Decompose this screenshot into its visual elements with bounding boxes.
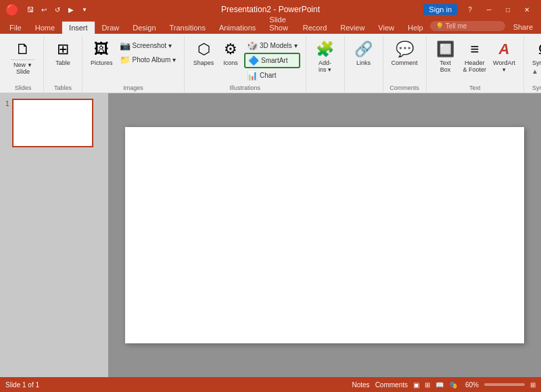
images-group-items: 🖼 Pictures 📷 Screenshot ▾ 📁 Photo Album … [88, 36, 179, 83]
zoom-slider[interactable] [484, 383, 525, 386]
screenshot-button[interactable]: 📷 Screenshot ▾ [117, 39, 179, 52]
addins-button[interactable]: 🧩 Add-ins ▾ [312, 39, 339, 74]
undo-qa-btn[interactable]: ↩ [38, 3, 50, 16]
slide-info: Slide 1 of 1 [5, 381, 39, 389]
save-qa-btn[interactable]: 🖫 [24, 3, 37, 16]
illustrations-group-items: ⬡ Shapes ⚙ Icons 🎲 3D Models ▾ 🔷 [190, 36, 300, 83]
photo-album-label: Photo Album ▾ [133, 56, 176, 64]
normal-view-icon[interactable]: ▣ [413, 381, 419, 389]
qa-dropdown-btn[interactable]: ▼ [78, 3, 91, 16]
illustrations-group-label: Illustrations [190, 83, 300, 93]
ribbon-group-illustrations: ⬡ Shapes ⚙ Icons 🎲 3D Models ▾ 🔷 [185, 36, 306, 93]
links-button[interactable]: 🔗 Links [350, 39, 377, 68]
maximize-btn[interactable]: □ [499, 3, 517, 16]
ribbon-tabs: File Home Insert Draw Design Transitions… [0, 19, 541, 34]
ribbon-group-symbols: Ω Symbols Symbols [524, 36, 541, 93]
text-box-button[interactable]: 🔲 TextBox [432, 39, 459, 74]
ribbon-content: 🗋 New ▼ Slide Slides ⊞ Table Tables [0, 34, 541, 93]
comment-icon: 💬 [396, 41, 414, 58]
comments-btn[interactable]: Comments [375, 381, 408, 389]
title-bar-left: 🔴 🖫 ↩ ↺ ▶ ▼ [5, 3, 91, 16]
help-window-btn[interactable]: ? [461, 3, 479, 16]
new-slide-icon: 🗋 [16, 41, 30, 58]
close-btn[interactable]: ✕ [518, 3, 536, 16]
tab-design[interactable]: Design [126, 22, 162, 34]
wordart-button[interactable]: A WordArt▾ [490, 39, 518, 74]
powerpoint-icon: 🔴 [5, 3, 19, 16]
icons-button[interactable]: ⚙ Icons [218, 39, 243, 68]
new-slide-button[interactable]: 🗋 New ▼ Slide [8, 39, 38, 76]
ribbon-group-images: 🖼 Pictures 📷 Screenshot ▾ 📁 Photo Album … [83, 36, 185, 93]
ribbon-collapse-btn[interactable]: ▲ [532, 68, 538, 75]
redo-qa-btn[interactable]: ↺ [51, 3, 64, 16]
tables-group-items: ⊞ Table [49, 36, 76, 83]
table-button[interactable]: ⊞ Table [49, 39, 76, 68]
addins-group-items: 🧩 Add-ins ▾ [312, 36, 339, 83]
pictures-icon: 🖼 [94, 41, 109, 58]
share-tab-btn[interactable]: Share [508, 21, 538, 31]
slide-sorter-icon[interactable]: ⊞ [425, 381, 430, 389]
tab-help[interactable]: Help [401, 22, 430, 34]
comment-button[interactable]: 💬 Comment [389, 39, 421, 68]
notes-btn[interactable]: Notes [352, 381, 370, 389]
tab-draw[interactable]: Draw [95, 22, 126, 34]
tab-transitions[interactable]: Transitions [163, 22, 212, 34]
ribbon-group-slides: 🗋 New ▼ Slide Slides [3, 36, 44, 93]
chart-button[interactable]: 📊 Chart [244, 69, 300, 82]
quick-access-toolbar: 🖫 ↩ ↺ ▶ ▼ [24, 3, 91, 16]
main-area: 1 [0, 93, 541, 377]
status-bar: Slide 1 of 1 Notes Comments ▣ ⊞ 📖 🎭 60% … [0, 377, 541, 392]
comment-label: Comment [392, 59, 418, 66]
tab-slide-show[interactable]: Slide Show [262, 14, 296, 34]
3d-models-button[interactable]: 🎲 3D Models ▾ [244, 39, 300, 52]
3d-models-icon: 🎲 [247, 41, 258, 51]
zoom-level: 60% [465, 381, 479, 389]
sign-in-button[interactable]: Sign in [423, 4, 457, 15]
app-title: Presentation2 - PowerPoint [221, 5, 320, 14]
header-footer-icon: ≡ [470, 41, 479, 58]
slide-1-thumbnail[interactable] [12, 99, 93, 147]
tab-file[interactable]: File [3, 22, 28, 34]
header-footer-button[interactable]: ≡ Header& Footer [461, 39, 490, 74]
tab-home[interactable]: Home [28, 22, 62, 34]
screenshot-label: Screenshot ▾ [133, 42, 172, 49]
minimize-btn[interactable]: ─ [480, 3, 498, 16]
chart-icon: 📊 [247, 70, 258, 80]
shapes-button[interactable]: ⬡ Shapes [190, 39, 217, 68]
symbols-group-label: Symbols [530, 83, 541, 93]
symbols-button[interactable]: Ω Symbols [530, 39, 541, 68]
fit-slide-btn[interactable]: ⊞ [530, 381, 536, 389]
links-label: Links [356, 59, 371, 66]
tab-review[interactable]: Review [333, 22, 371, 34]
text-box-icon: 🔲 [436, 41, 454, 58]
links-icon: 🔗 [354, 41, 373, 58]
photo-album-icon: 📁 [120, 55, 131, 65]
tab-view[interactable]: View [371, 22, 401, 34]
presenter-view-icon[interactable]: 🎭 [449, 381, 457, 389]
pictures-label: Pictures [91, 59, 113, 66]
status-right: Notes Comments ▣ ⊞ 📖 🎭 60% ⊞ [352, 381, 536, 389]
reading-view-icon[interactable]: 📖 [436, 381, 444, 389]
addins-label: Add-ins ▾ [319, 59, 331, 73]
slide-1-container: 1 [5, 99, 103, 147]
pictures-button[interactable]: 🖼 Pictures [88, 39, 116, 68]
tab-animations[interactable]: Animations [212, 22, 262, 34]
tab-record[interactable]: Record [296, 22, 333, 34]
comments-group-items: 💬 Comment [389, 36, 421, 83]
tab-insert[interactable]: Insert [62, 21, 95, 34]
tell-me-input[interactable] [446, 22, 500, 30]
symbols-icon: Ω [538, 41, 541, 58]
canvas-area[interactable] [108, 93, 541, 377]
tell-me-search[interactable]: 💡 [430, 21, 505, 31]
window-controls: ? ─ □ ✕ [461, 3, 536, 16]
new-slide-dropdown-arrow[interactable]: ▼ [27, 62, 32, 68]
slide-canvas[interactable] [125, 127, 524, 343]
photo-album-button[interactable]: 📁 Photo Album ▾ [117, 53, 179, 66]
smartart-button[interactable]: 🔷 SmartArt [244, 53, 300, 68]
slide-1-number: 1 [5, 100, 9, 107]
ribbon-group-tables: ⊞ Table Tables [44, 36, 83, 93]
ribbon-group-comments: 💬 Comment Comments [383, 36, 427, 93]
present-qa-btn[interactable]: ▶ [65, 3, 77, 16]
header-footer-label: Header& Footer [463, 59, 487, 73]
images-group-label: Images [88, 83, 179, 93]
